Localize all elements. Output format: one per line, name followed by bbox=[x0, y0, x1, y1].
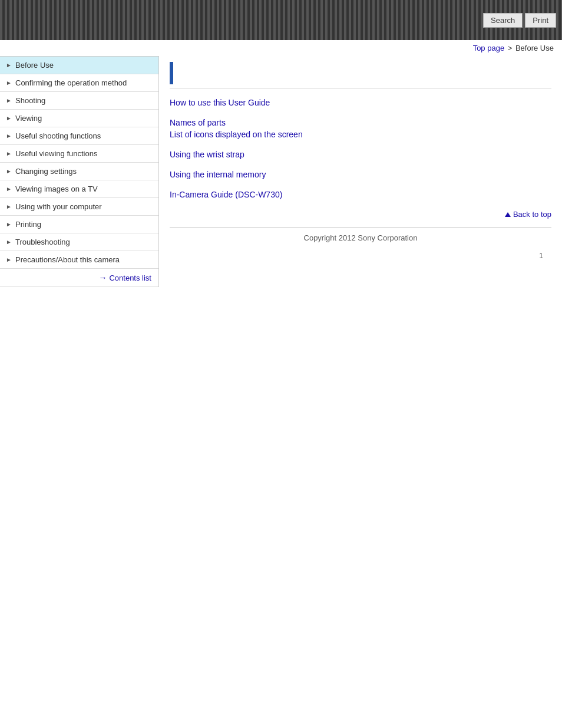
arrow-icon: ► bbox=[6, 80, 12, 86]
sidebar-item-viewing-tv[interactable]: ► Viewing images on a TV bbox=[0, 180, 158, 198]
arrow-icon: ► bbox=[6, 115, 12, 121]
sidebar-item-troubleshooting[interactable]: ► Troubleshooting bbox=[0, 233, 158, 251]
sidebar-item-printing[interactable]: ► Printing bbox=[0, 216, 158, 233]
arrow-icon: ► bbox=[6, 221, 12, 228]
sidebar-item-useful-shooting[interactable]: ► Useful shooting functions bbox=[0, 127, 158, 145]
sidebar-item-label: Confirming the operation method bbox=[15, 78, 127, 87]
arrow-icon: ► bbox=[6, 97, 12, 104]
content-section-1: How to use this User Guide bbox=[170, 98, 551, 107]
arrow-icon: ► bbox=[6, 239, 12, 245]
internal-memory-link[interactable]: Using the internal memory bbox=[170, 170, 551, 179]
sidebar-item-label: Changing settings bbox=[15, 167, 77, 176]
how-to-use-link[interactable]: How to use this User Guide bbox=[170, 98, 551, 107]
contents-list-link[interactable]: → Contents list bbox=[98, 273, 151, 282]
sidebar-item-label: Useful shooting functions bbox=[15, 131, 101, 140]
contents-list-item[interactable]: → Contents list bbox=[0, 269, 158, 287]
back-to-top-row: Back to top bbox=[170, 210, 551, 223]
contents-list-label: Contents list bbox=[109, 274, 151, 282]
page-number: 1 bbox=[170, 248, 551, 263]
copyright-text: Copyright 2012 Sony Corporation bbox=[304, 233, 418, 242]
arrow-icon: ► bbox=[6, 168, 12, 174]
header: Search Print bbox=[0, 0, 562, 40]
sidebar-item-useful-viewing[interactable]: ► Useful viewing functions bbox=[0, 145, 158, 163]
sidebar-item-precautions[interactable]: ► Precautions/About this camera bbox=[0, 251, 158, 269]
main-content: How to use this User Guide Names of part… bbox=[159, 56, 562, 269]
footer: Copyright 2012 Sony Corporation bbox=[170, 227, 551, 248]
sidebar-item-label: Viewing bbox=[15, 114, 42, 123]
content-section-2: Names of parts List of icons displayed o… bbox=[170, 118, 551, 139]
triangle-up-icon bbox=[505, 212, 511, 217]
section-header bbox=[170, 62, 551, 88]
list-of-icons-link[interactable]: List of icons displayed on the screen bbox=[170, 130, 551, 139]
sidebar-item-shooting[interactable]: ► Shooting bbox=[0, 92, 158, 110]
breadcrumb-separator: > bbox=[505, 44, 514, 52]
sidebar-item-before-use[interactable]: ► Before Use bbox=[0, 57, 158, 74]
sidebar: ► Before Use ► Confirming the operation … bbox=[0, 56, 159, 287]
arrow-right-icon: → bbox=[98, 273, 107, 282]
sidebar-item-label: Using with your computer bbox=[15, 202, 102, 211]
breadcrumb-top-link[interactable]: Top page bbox=[473, 44, 505, 52]
sidebar-item-changing-settings[interactable]: ► Changing settings bbox=[0, 163, 158, 180]
arrow-icon: ► bbox=[6, 203, 12, 210]
sidebar-item-label: Before Use bbox=[15, 61, 54, 70]
back-to-top-label: Back to top bbox=[513, 210, 551, 219]
arrow-icon: ► bbox=[6, 186, 12, 192]
sidebar-item-label: Printing bbox=[15, 220, 41, 229]
sidebar-item-confirming[interactable]: ► Confirming the operation method bbox=[0, 74, 158, 92]
content-section-4: Using the internal memory bbox=[170, 170, 551, 179]
sidebar-item-label: Viewing images on a TV bbox=[15, 185, 98, 193]
sidebar-item-viewing[interactable]: ► Viewing bbox=[0, 110, 158, 127]
content-section-3: Using the wrist strap bbox=[170, 150, 551, 159]
sidebar-item-label: Shooting bbox=[15, 96, 45, 105]
wrist-strap-link[interactable]: Using the wrist strap bbox=[170, 150, 551, 159]
arrow-icon: ► bbox=[6, 133, 12, 139]
page-number-value: 1 bbox=[539, 252, 543, 260]
arrow-icon: ► bbox=[6, 150, 12, 157]
print-button[interactable]: Print bbox=[525, 13, 556, 28]
names-of-parts-link[interactable]: Names of parts bbox=[170, 118, 551, 127]
sidebar-item-label: Troubleshooting bbox=[15, 238, 70, 246]
sidebar-item-using-computer[interactable]: ► Using with your computer bbox=[0, 198, 158, 216]
breadcrumb: Top page > Before Use bbox=[0, 40, 562, 56]
back-to-top-link[interactable]: Back to top bbox=[505, 210, 551, 219]
arrow-icon: ► bbox=[6, 256, 12, 263]
in-camera-guide-link[interactable]: In-Camera Guide (DSC-W730) bbox=[170, 190, 551, 199]
arrow-icon: ► bbox=[6, 62, 12, 68]
content-section-5: In-Camera Guide (DSC-W730) bbox=[170, 190, 551, 199]
sidebar-item-label: Precautions/About this camera bbox=[15, 255, 120, 264]
breadcrumb-current: Before Use bbox=[515, 44, 554, 52]
main-layout: ► Before Use ► Confirming the operation … bbox=[0, 56, 562, 287]
search-button[interactable]: Search bbox=[483, 13, 523, 28]
sidebar-item-label: Useful viewing functions bbox=[15, 149, 97, 158]
section-bar-accent bbox=[170, 62, 173, 84]
